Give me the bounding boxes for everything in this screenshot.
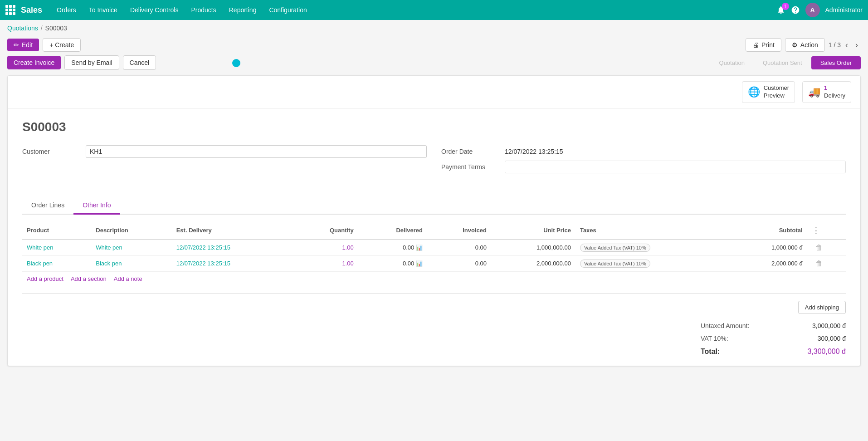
untaxed-row: Untaxed Amount: 3,000,000 đ bbox=[701, 319, 846, 332]
grid-icon bbox=[5, 5, 15, 15]
cancel-button[interactable]: Cancel bbox=[123, 55, 156, 70]
payment-terms-input[interactable] bbox=[505, 161, 846, 173]
customer-input[interactable] bbox=[86, 145, 427, 158]
untaxed-label: Untaxed Amount: bbox=[701, 322, 749, 329]
tab-order-lines[interactable]: Order Lines bbox=[22, 197, 73, 215]
smart-buttons-row: 🌐 Customer Preview 🚚 1 Delivery bbox=[8, 76, 860, 109]
user-name[interactable]: Administrator bbox=[825, 6, 863, 14]
edit-button[interactable]: ✏ Edit bbox=[7, 39, 39, 51]
col-taxes: Taxes bbox=[575, 222, 729, 240]
breadcrumb-parent[interactable]: Quotations bbox=[7, 24, 38, 32]
status-quotation[interactable]: Quotation bbox=[710, 56, 754, 69]
delivery-button[interactable]: 🚚 1 Delivery bbox=[802, 81, 851, 103]
main-toolbar: ✏ Edit + Create 🖨 Print ⚙ Action 1 / 3 ‹… bbox=[0, 36, 868, 55]
taxes-1: Value Added Tax (VAT) 10% bbox=[575, 255, 729, 271]
form-title: S00003 bbox=[22, 120, 846, 134]
help-icon[interactable] bbox=[791, 5, 800, 15]
nav-products[interactable]: Products bbox=[185, 0, 221, 20]
table-row: White pen White pen 12/07/2022 13:25:15 … bbox=[22, 240, 846, 256]
table-row: Black pen Black pen 12/07/2022 13:25:15 … bbox=[22, 255, 846, 271]
delete-row-0-icon[interactable]: 🗑 bbox=[815, 244, 823, 251]
description-1: Black pen bbox=[91, 255, 171, 271]
col-quantity: Quantity bbox=[294, 222, 358, 240]
tab-other-info[interactable]: Other Info bbox=[73, 197, 120, 215]
notification-bell[interactable]: 1 bbox=[776, 5, 785, 15]
tabs-row: Order Lines Other Info bbox=[22, 197, 846, 215]
app-name[interactable]: Sales bbox=[21, 5, 42, 15]
top-navigation: Sales Orders To Invoice Delivery Control… bbox=[0, 0, 868, 20]
print-button[interactable]: 🖨 Print bbox=[746, 38, 781, 52]
customer-label: Customer bbox=[22, 145, 86, 155]
nav-to-invoice[interactable]: To Invoice bbox=[83, 0, 123, 20]
description-link-1[interactable]: Black pen bbox=[96, 260, 122, 267]
delivered-1: 0.00 📊 bbox=[358, 255, 427, 271]
main-content: 🌐 Customer Preview 🚚 1 Delivery S00003 C… bbox=[7, 75, 861, 366]
create-button[interactable]: + Create bbox=[43, 38, 81, 52]
form-body: S00003 Customer Order Date 12/07/2022 13… bbox=[8, 109, 860, 197]
nav-reporting[interactable]: Reporting bbox=[224, 0, 262, 20]
product-name-1: Black pen bbox=[22, 255, 91, 271]
nav-orders[interactable]: Orders bbox=[51, 0, 82, 20]
invoiced-1: 0.00 bbox=[427, 255, 491, 271]
form-left-col: Customer bbox=[22, 145, 427, 179]
description-link-0[interactable]: White pen bbox=[96, 244, 122, 251]
status-quotation-sent[interactable]: Quotation Sent bbox=[754, 56, 811, 69]
col-est-delivery: Est. Delivery bbox=[172, 222, 294, 240]
product-link-0[interactable]: White pen bbox=[27, 244, 54, 251]
form-right-col: Order Date 12/07/2022 13:25:15 Payment T… bbox=[441, 145, 846, 179]
avatar[interactable]: A bbox=[805, 3, 820, 17]
customer-preview-button[interactable]: 🌐 Customer Preview bbox=[742, 81, 795, 103]
gear-icon: ⚙ bbox=[792, 41, 798, 49]
invoiced-0: 0.00 bbox=[427, 240, 491, 256]
delete-0: 🗑 bbox=[807, 240, 846, 256]
pager-next[interactable]: › bbox=[853, 39, 861, 51]
chart-icon-0: 📊 bbox=[416, 245, 423, 251]
add-product-link[interactable]: Add a product bbox=[27, 275, 63, 282]
payment-terms-label: Payment Terms bbox=[441, 161, 505, 171]
description-0: White pen bbox=[91, 240, 171, 256]
truck-icon: 🚚 bbox=[808, 86, 820, 98]
col-delivered: Delivered bbox=[358, 222, 427, 240]
order-date-label: Order Date bbox=[441, 145, 505, 155]
payment-terms-field: Payment Terms bbox=[441, 161, 846, 173]
delivery-date-link-0[interactable]: 12/07/2022 13:25:15 bbox=[176, 244, 230, 251]
col-subtotal: Subtotal bbox=[729, 222, 807, 240]
col-product: Product bbox=[22, 222, 91, 240]
pager: 1 / 3 ‹ › bbox=[829, 39, 861, 51]
total-value: 3,300,000 đ bbox=[807, 348, 846, 356]
unit-price-1: 2,000,000.00 bbox=[491, 255, 575, 271]
add-section-link[interactable]: Add a section bbox=[71, 275, 107, 282]
edit-icon: ✏ bbox=[14, 41, 19, 49]
product-name-0: White pen bbox=[22, 240, 91, 256]
create-invoice-button[interactable]: Create Invoice bbox=[7, 56, 61, 69]
customer-preview-label: Customer Preview bbox=[764, 84, 789, 100]
chart-icon-1: 📊 bbox=[416, 260, 423, 267]
est-delivery-0: 12/07/2022 13:25:15 bbox=[172, 240, 294, 256]
order-date-value: 12/07/2022 13:25:15 bbox=[505, 145, 846, 155]
drop-dot bbox=[232, 59, 240, 67]
totals-right: Untaxed Amount: 3,000,000 đ VAT 10%: 300… bbox=[701, 319, 846, 358]
action-bar: Create Invoice Send by Email Cancel Quot… bbox=[0, 55, 868, 75]
order-date-field: Order Date 12/07/2022 13:25:15 bbox=[441, 145, 846, 155]
add-shipping-button[interactable]: Add shipping bbox=[798, 301, 846, 314]
subtotal-0: 1,000,000 đ bbox=[729, 240, 807, 256]
delete-row-1-icon[interactable]: 🗑 bbox=[815, 260, 823, 267]
col-menu: ⋮ bbox=[807, 222, 846, 240]
breadcrumb: Quotations / S00003 bbox=[0, 20, 868, 36]
status-sales-order[interactable]: Sales Order bbox=[811, 56, 861, 69]
action-button[interactable]: ⚙ Action bbox=[785, 38, 825, 52]
nav-configuration[interactable]: Configuration bbox=[263, 0, 312, 20]
delivered-0: 0.00 📊 bbox=[358, 240, 427, 256]
send-email-button[interactable]: Send by Email bbox=[64, 55, 119, 70]
product-link-1[interactable]: Black pen bbox=[27, 260, 53, 267]
add-note-link[interactable]: Add a note bbox=[114, 275, 142, 282]
col-unit-price: Unit Price bbox=[491, 222, 575, 240]
nav-delivery-controls[interactable]: Delivery Controls bbox=[125, 0, 184, 20]
delivery-label: 1 Delivery bbox=[824, 84, 845, 100]
vat-label: VAT 10%: bbox=[701, 335, 728, 342]
unit-price-0: 1,000,000.00 bbox=[491, 240, 575, 256]
vat-value: 300,000 đ bbox=[818, 335, 846, 342]
app-switcher[interactable] bbox=[5, 5, 15, 15]
delivery-date-link-1[interactable]: 12/07/2022 13:25:15 bbox=[176, 260, 230, 267]
pager-prev[interactable]: ‹ bbox=[843, 39, 851, 51]
